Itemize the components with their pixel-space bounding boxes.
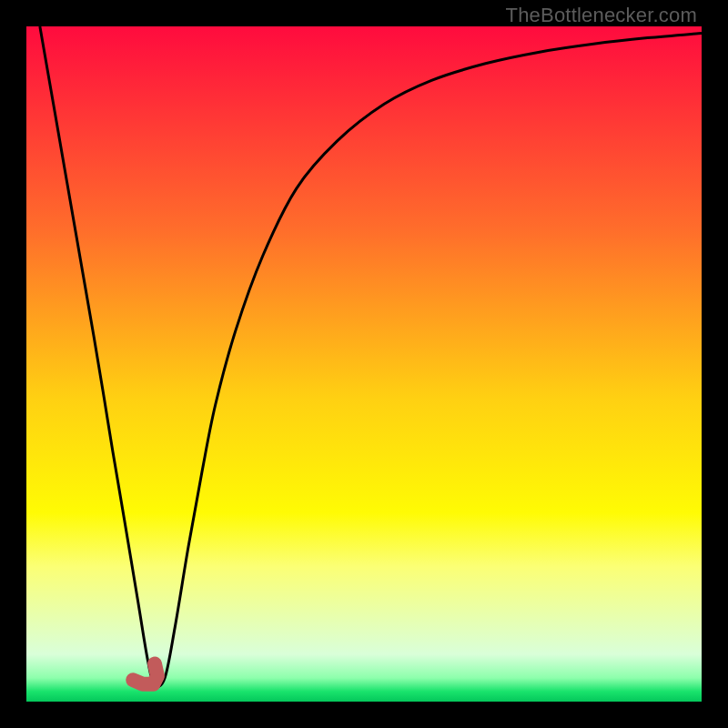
gradient-background	[26, 26, 702, 702]
bottleneck-chart	[26, 26, 702, 702]
watermark-text: TheBottlenecker.com	[506, 4, 697, 27]
chart-frame	[26, 26, 702, 702]
